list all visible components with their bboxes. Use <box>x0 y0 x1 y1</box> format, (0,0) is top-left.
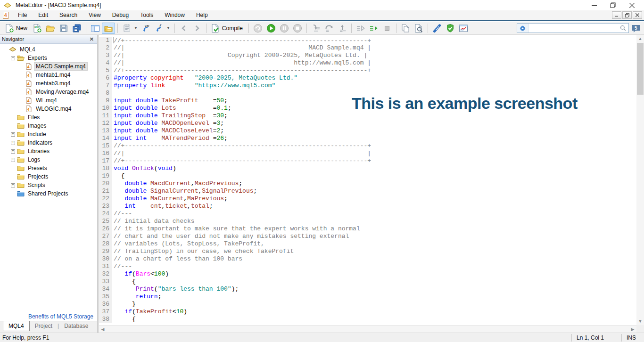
code-line-31[interactable]: 31//--- <box>99 263 636 270</box>
tree-expander-icon[interactable]: + <box>11 149 15 154</box>
code-line-33[interactable]: 33 { <box>99 278 636 285</box>
mql5-storage-button[interactable] <box>444 23 457 34</box>
tree-expander-icon[interactable]: − <box>11 56 15 60</box>
code-line-36[interactable]: 36 } <box>99 301 636 308</box>
minimize-button[interactable] <box>585 0 603 10</box>
restore-button[interactable] <box>603 0 622 10</box>
code-line-11[interactable]: 11input double TrailingStop =30; <box>99 112 636 120</box>
code-line-29[interactable]: 29// TrailingStop) in our case, we check… <box>99 248 636 255</box>
mdi-close-button[interactable] <box>633 11 642 19</box>
code-line-28[interactable]: 28// variables (Lots, StopLoss, TakeProf… <box>99 240 636 248</box>
tree-item-shared-projects[interactable]: Shared Projects <box>0 189 97 198</box>
back-button[interactable] <box>177 23 190 34</box>
tree-item-logs[interactable]: +Logs <box>0 155 97 164</box>
code-line-16[interactable]: 16//| | <box>99 150 636 157</box>
tree-expander-icon[interactable]: + <box>11 183 15 187</box>
tree-item-macd-sample-mq4[interactable]: 4MACD Sample.mq4 <box>0 62 97 71</box>
styler-button[interactable]: ▼ <box>120 23 140 34</box>
find-in-files-button[interactable] <box>412 23 425 34</box>
code-line-15[interactable]: 15//+-----------------------------------… <box>99 142 636 150</box>
code-line-2[interactable]: 2//| MACD Sample.mq4 | <box>99 44 636 52</box>
mdi-minimize-button[interactable] <box>612 11 621 19</box>
run-to-cursor-button[interactable] <box>354 23 367 34</box>
tree-item-wl-mq4[interactable]: 4WL.mq4 <box>0 96 97 105</box>
code-line-25[interactable]: 25// initial data checks <box>99 218 636 225</box>
code-line-19[interactable]: 19 { <box>99 172 636 180</box>
tree-item-moving-average-mq4[interactable]: 4Moving Average.mq4 <box>0 88 97 96</box>
menu-tools[interactable]: Tools <box>134 10 159 20</box>
code-line-18[interactable]: 18void OnTick(void) <box>99 165 636 172</box>
code-editor[interactable]: 1//+------------------------------------… <box>99 35 644 333</box>
style-brush-button[interactable] <box>430 23 444 34</box>
code-line-20[interactable]: 20 double MacdCurrent,MacdPrevious; <box>99 180 636 187</box>
vertical-scroll-thumb[interactable] <box>637 43 644 95</box>
navigator-tab-database[interactable]: Database <box>59 321 93 331</box>
code-line-1[interactable]: 1//+------------------------------------… <box>99 37 636 44</box>
vertical-scrollbar[interactable]: ▲ ▼ <box>636 35 644 325</box>
tree-item-include[interactable]: +Include <box>0 130 97 138</box>
code-line-34[interactable]: 34 Print("bars less than 100"); <box>99 285 636 293</box>
tree-expander-icon[interactable]: + <box>11 132 15 137</box>
tree-item-libraries[interactable]: +Libraries <box>0 147 97 155</box>
tree-item-projects[interactable]: Projects <box>0 172 97 181</box>
goto-function-button[interactable]: f▼ <box>153 23 172 34</box>
navigator-tab-project[interactable]: Project <box>30 321 58 331</box>
code-line-14[interactable]: 14input int MATrendPeriod =26; <box>99 135 636 142</box>
menu-debug[interactable]: Debug <box>107 10 134 20</box>
code-line-22[interactable]: 22 double MaCurrent,MaPrevious; <box>99 195 636 203</box>
debug-pause-button[interactable] <box>278 23 291 34</box>
tree-item-experts[interactable]: −Experts <box>0 54 97 62</box>
close-button[interactable] <box>622 0 641 10</box>
code-line-3[interactable]: 3//| Copyright 2000-2025, MetaQuotes Ltd… <box>99 52 636 59</box>
tree-item-scripts[interactable]: +Scripts <box>0 181 97 189</box>
window-layout-button[interactable] <box>89 23 102 34</box>
new-file-button[interactable]: New <box>3 23 31 34</box>
menu-file[interactable]: File <box>12 10 33 20</box>
forward-button[interactable] <box>190 23 204 34</box>
code-line-12[interactable]: 12input double MACDOpenLevel =3; <box>99 120 636 127</box>
search-settings-button[interactable] <box>517 24 528 33</box>
scroll-right-icon[interactable]: ▶ <box>629 326 636 333</box>
new-project-button[interactable]: proj <box>31 23 44 34</box>
code-line-32[interactable]: 32 if(Bars<100) <box>99 270 636 278</box>
code-line-24[interactable]: 24//--- <box>99 210 636 218</box>
navigator-close-icon[interactable]: ✕ <box>88 36 95 42</box>
code-line-6[interactable]: 6#property copyright "2000-2025, MetaQuo… <box>99 74 636 82</box>
code-line-17[interactable]: 17//+-----------------------------------… <box>99 157 636 165</box>
menu-view[interactable]: View <box>83 10 107 20</box>
tree-item-mehtab3-mq4[interactable]: 4mehtab3.mq4 <box>0 79 97 88</box>
tree-item-presets[interactable]: Presets <box>0 164 97 172</box>
code-line-4[interactable]: 4//| http://www.mql5.com | <box>99 59 636 67</box>
step-over-button[interactable] <box>322 23 336 34</box>
mql5-community-button[interactable]: 5 <box>631 23 641 33</box>
tree-item-indicators[interactable]: +Indicators <box>0 138 97 147</box>
debug-stop-button[interactable] <box>291 23 304 34</box>
goto-variable-button[interactable]: var <box>140 23 153 34</box>
menu-window[interactable]: Window <box>159 10 190 20</box>
scroll-up-icon[interactable]: ▲ <box>636 35 644 42</box>
tree-item-mehtab1-mq4[interactable]: 4mehtab1.mq4 <box>0 71 97 79</box>
open-chart-button[interactable] <box>457 23 470 34</box>
scroll-left-icon[interactable]: ◀ <box>99 326 107 333</box>
tree-item-wlogic-mq4[interactable]: 4WLOGIC.mq4 <box>0 105 97 113</box>
navigator-toggle-button[interactable] <box>102 23 115 34</box>
mql5-storage-link[interactable]: Benefits of MQL5 Storage <box>28 313 93 320</box>
step-out-button[interactable] <box>336 23 349 34</box>
continue-button[interactable] <box>367 23 380 34</box>
code-line-26[interactable]: 26// it is important to make sure that t… <box>99 225 636 233</box>
mdi-restore-button[interactable] <box>622 11 632 19</box>
debug-start-button[interactable] <box>264 23 278 34</box>
code-line-38[interactable]: 38 { <box>99 316 636 323</box>
step-into-button[interactable] <box>309 23 322 34</box>
code-line-13[interactable]: 13input double MACDCloseLevel=2; <box>99 127 636 135</box>
code-line-27[interactable]: 27// chart and the user did not make any… <box>99 233 636 240</box>
compile-button[interactable]: Compile <box>209 23 246 34</box>
save-all-button[interactable] <box>70 23 83 34</box>
scroll-down-icon[interactable]: ▼ <box>636 318 644 325</box>
code-line-23[interactable]: 23 int cnt,ticket,total; <box>99 203 636 210</box>
tree-item-images[interactable]: Images <box>0 122 97 130</box>
debug-restart-button[interactable] <box>251 23 264 34</box>
menu-help[interactable]: Help <box>190 10 214 20</box>
navigator-tab-mql4[interactable]: MQL4 <box>3 321 30 331</box>
search-submit-button[interactable] <box>617 24 628 32</box>
